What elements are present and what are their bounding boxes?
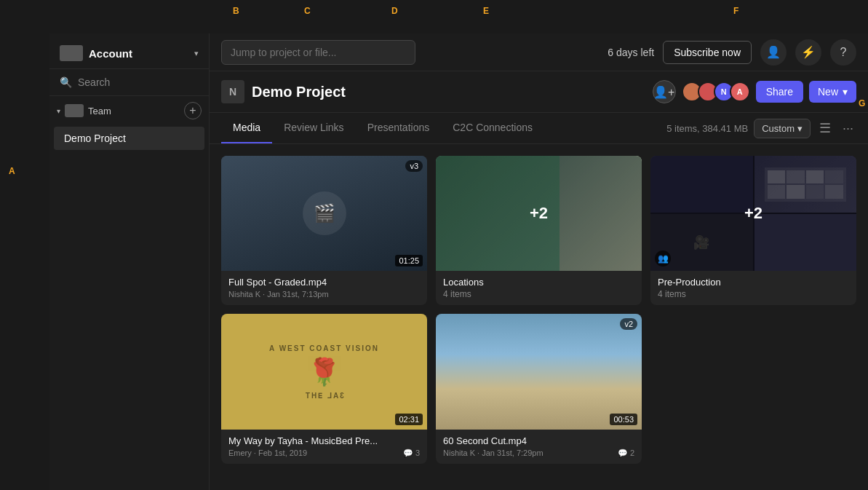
media-thumb-pre-production: 🎥 +2 👥 [650,156,856,271]
duration-badge-60-second: 00:53 [610,414,637,425]
media-name-pre-production: Pre-Production [658,277,849,288]
locations-items-count: 4 items [443,289,634,299]
tab-presentations[interactable]: Presentations [356,113,442,143]
tabs-bar: Media Review Links Presentations C2C Con… [210,113,868,144]
project-header-actions: 👤+ N A Share New ▾ [653,80,856,103]
media-thumb-full-spot: 🎬 v3 01:25 [221,156,427,271]
media-thumb-60-second: v2 00:53 [436,314,642,429]
media-card-full-spot[interactable]: 🎬 v3 01:25 Full Spot - Graded.mp4 Nishit… [221,156,427,305]
preproduction-items-count: 4 items [658,289,849,299]
help-button[interactable]: ? [830,39,856,66]
media-grid: 🎬 v3 01:25 Full Spot - Graded.mp4 Nishit… [210,144,868,490]
help-icon: ? [840,46,847,59]
media-card-locations[interactable]: +2 Locations 4 items [436,156,642,305]
user-profile-button[interactable]: 👤 [760,39,787,66]
sidebar: Account ▾ 🔍 Search ▾ Team + Demo Project [49,33,210,490]
media-date-full-spot: Nishita K · Jan 31st, 7:13pm [228,290,329,299]
sidebar-account[interactable]: Account ▾ [49,33,209,69]
project-search-input[interactable] [221,40,415,65]
main-content: 6 days left Subscribe now 👤 ⚡ ? N Demo P… [210,33,868,490]
activity-button[interactable]: ⚡ [795,39,821,66]
annotation-a: A [9,166,15,176]
duration-badge-my-way: 02:31 [395,414,423,425]
sidebar-team-section: ▾ Team + [49,96,209,125]
more-options-button[interactable]: ··· [840,118,856,139]
account-name: Account [89,47,194,60]
tab-review-links[interactable]: Review Links [272,113,355,143]
media-thumb-locations: +2 [436,156,642,271]
media-meta-60-second: Nishita K · Jan 31st, 7:29pm 💬 2 [443,448,634,458]
media-info-pre-production: Pre-Production 4 items [650,271,856,305]
version-badge-full-spot: v3 [405,160,423,172]
add-member-icon: 👤+ [653,85,674,99]
media-card-60-second[interactable]: v2 00:53 60 Second Cut.mp4 Nishita K · J… [436,314,642,463]
media-date-my-way: Emery · Feb 1st, 2019 [228,448,307,457]
project-icon: N [221,80,244,103]
subscribe-button[interactable]: Subscribe now [663,41,752,64]
annotation-e: E [483,6,489,16]
comment-icon-my-way: 💬 [403,448,413,458]
tab-media[interactable]: Media [221,113,272,143]
search-label: Search [78,76,110,88]
media-info-locations: Locations 4 items [436,271,642,305]
media-meta-full-spot: Nishita K · Jan 31st, 7:13pm [228,290,420,299]
annotation-f: F [733,6,738,16]
media-meta-my-way: Emery · Feb 1st, 2019 💬 3 [228,448,420,458]
project-header: N Demo Project 👤+ N A Share New ▾ [210,71,868,113]
annotation-c: C [304,6,311,16]
media-info-my-way: My Way by Tayha - MusicBed Pre... Emery … [221,430,427,464]
project-title: Demo Project [252,84,645,100]
media-name-full-spot: Full Spot - Graded.mp4 [228,277,420,288]
avatar-group: N A [682,82,750,102]
add-member-button[interactable]: 👤+ [653,80,676,103]
list-view-button[interactable]: ☰ [816,117,834,139]
top-header: 6 days left Subscribe now 👤 ⚡ ? [210,33,868,71]
version-badge-60-second: v2 [620,318,637,330]
avatar-4: A [730,82,750,102]
bolt-icon: ⚡ [801,45,816,59]
sidebar-team-row[interactable]: ▾ Team [57,104,111,117]
annotation-d: D [391,6,398,16]
sidebar-search[interactable]: 🔍 Search [49,69,209,96]
list-view-icon: ☰ [819,121,831,135]
thumb-beach [436,314,642,429]
new-label: New [818,86,838,98]
media-card-my-way[interactable]: A WEST COAST VISION 🌹 3AL ƎHT 02:31 My W… [221,314,427,463]
team-chevron-icon: ▾ [57,107,60,115]
media-date-60-second: Nishita K · Jan 31st, 7:29pm [443,448,544,457]
media-info-60-second: 60 Second Cut.mp4 Nishita K · Jan 31st, … [436,430,642,464]
sidebar-item-demo-project[interactable]: Demo Project [54,127,204,150]
items-count-text: 5 items, 384.41 MB [666,123,748,134]
share-button[interactable]: Share [756,81,803,103]
account-logo [60,45,83,61]
media-name-locations: Locations [443,277,634,288]
comment-count-60-second: 💬 2 [618,448,634,458]
account-chevron-icon: ▾ [194,49,199,58]
comment-icon-60-second: 💬 [618,448,628,458]
tabs-right: 5 items, 384.41 MB Custom ▾ ☰ ··· [666,117,856,139]
new-button[interactable]: New ▾ [809,81,856,103]
sort-button[interactable]: Custom ▾ [754,119,811,138]
new-chevron-icon: ▾ [843,86,848,98]
trial-days-text: 6 days left [608,47,654,58]
more-options-icon: ··· [843,121,853,135]
team-logo [65,104,84,117]
tab-c2c[interactable]: C2C Connections [441,113,544,143]
sort-chevron-icon: ▾ [797,123,803,134]
duration-badge-full-spot: 01:25 [395,255,423,266]
media-name-my-way: My Way by Tayha - MusicBed Pre... [228,435,420,446]
team-name: Team [88,106,111,116]
user-icon: 👤 [766,45,781,59]
media-name-60-second: 60 Second Cut.mp4 [443,435,634,446]
thumb-music: A WEST COAST VISION 🌹 3AL ƎHT [221,314,427,429]
media-card-pre-production[interactable]: 🎥 +2 👥 Pre-Production 4 items [650,156,856,305]
media-thumb-my-way: A WEST COAST VISION 🌹 3AL ƎHT 02:31 [221,314,427,429]
locations-more-overlay: +2 [436,156,642,271]
comment-count-my-way: 💬 3 [403,448,420,458]
sort-label: Custom [762,123,795,134]
thumb-train: 🎬 [221,156,427,271]
add-team-button[interactable]: + [184,102,202,119]
preproduction-more-overlay: +2 [650,156,856,271]
annotation-b: B [233,6,239,16]
tabs-left: Media Review Links Presentations C2C Con… [221,113,666,143]
